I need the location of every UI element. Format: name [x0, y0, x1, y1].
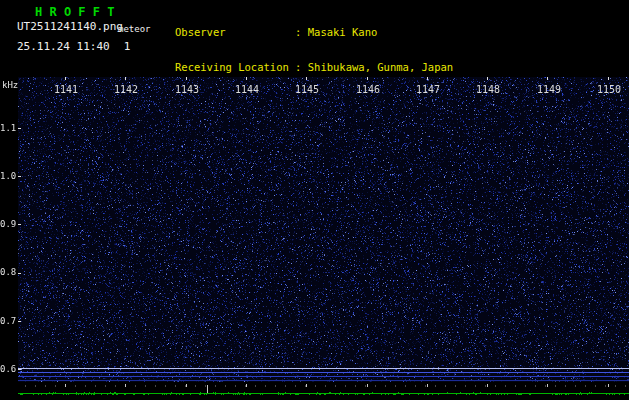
y-tick-0.7: 0.7 — [0, 316, 15, 326]
signal-level-strip — [0, 382, 629, 400]
x-tick-1142: 1142 — [113, 84, 139, 95]
y-tick-0.9: 0.9 — [0, 219, 15, 229]
y-tick-0.6: 0.6 — [0, 364, 15, 374]
x-tick-1147: 1147 — [415, 84, 441, 95]
x-tick-1143: 1143 — [174, 84, 200, 95]
station-name: meteor — [118, 24, 151, 34]
x-tick-1146: 1146 — [355, 84, 381, 95]
datetime: 25.11.24 11:40 — [17, 40, 110, 53]
sequence-number: 1 — [124, 40, 131, 53]
x-tick-1148: 1148 — [475, 84, 501, 95]
x-tick-1149: 1149 — [536, 84, 562, 95]
spectrogram-plot: kHz 1.1 1.0 0.9 0.8 0.7 0.6 1141 1142 11… — [0, 77, 629, 382]
spectrogram-canvas — [18, 77, 629, 382]
header: H R O F F T UT2511241140.pngmeteor 25.11… — [0, 0, 629, 77]
file-line: UT2511241140.pngmeteor — [17, 20, 150, 33]
y-axis-unit-label: kHz — [2, 80, 18, 90]
app-title: H R O F F T — [35, 5, 114, 19]
x-tick-1145: 1145 — [294, 84, 320, 95]
date-line: 25.11.24 11:401 — [17, 40, 130, 53]
hrofft-screenshot: H R O F F T UT2511241140.pngmeteor 25.11… — [0, 0, 629, 400]
x-tick-1150: 1150 — [596, 84, 622, 95]
x-tick-1141: 1141 — [53, 84, 79, 95]
filename: UT2511241140.png — [17, 20, 123, 33]
y-tick-1.1: 1.1 — [0, 123, 15, 133]
y-tick-0.8: 0.8 — [0, 267, 15, 277]
info-observer: Observer : Masaki Kano — [175, 27, 504, 39]
info-location: Receiving Location : Shibukawa, Gunma, J… — [175, 62, 504, 74]
y-tick-1.0: 1.0 — [0, 171, 15, 181]
x-tick-1144: 1144 — [234, 84, 260, 95]
